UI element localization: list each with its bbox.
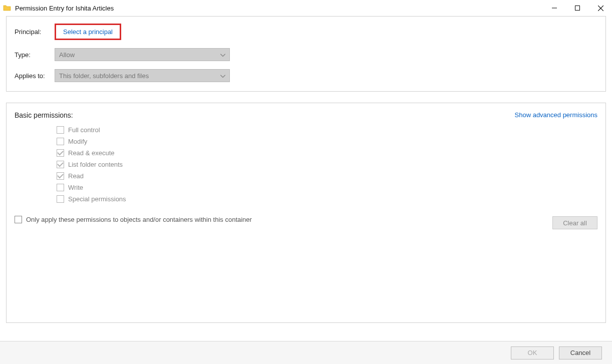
permission-label: Read & execute: [68, 149, 115, 157]
minimize-button[interactable]: [543, 0, 566, 16]
permission-label: Modify: [68, 138, 87, 145]
permission-read[interactable]: Read: [57, 172, 597, 180]
checkbox[interactable]: [57, 184, 64, 191]
svg-rect-1: [575, 6, 580, 11]
permission-label: List folder contents: [68, 161, 123, 168]
only-apply-row[interactable]: Only apply these permissions to objects …: [15, 216, 597, 223]
permission-label: Write: [68, 184, 83, 191]
window-controls: [543, 0, 612, 16]
only-apply-label: Only apply these permissions to objects …: [26, 216, 252, 223]
checkbox[interactable]: [57, 149, 64, 157]
principal-panel: Principal: Select a principal Type: Allo…: [6, 16, 606, 92]
permission-special[interactable]: Special permissions: [57, 195, 597, 203]
principal-label: Principal:: [15, 28, 55, 36]
chevron-down-icon: [220, 51, 225, 59]
select-principal-link[interactable]: Select a principal: [63, 28, 113, 36]
cancel-button[interactable]: Cancel: [559, 346, 602, 359]
permissions-panel: Basic permissions: Show advanced permiss…: [6, 103, 606, 323]
basic-permissions-heading: Basic permissions:: [15, 111, 73, 119]
type-select-value: Allow: [59, 51, 75, 59]
permission-label: Read: [68, 172, 84, 180]
checkbox[interactable]: [57, 138, 64, 145]
window-title: Permission Entry for Ishita Articles: [15, 5, 543, 12]
checkbox[interactable]: [57, 126, 64, 134]
principal-highlight-box: Select a principal: [55, 24, 121, 40]
permission-label: Full control: [68, 126, 100, 134]
checkbox[interactable]: [57, 161, 64, 168]
permissions-list: Full control Modify Read & execute List …: [57, 126, 597, 203]
applies-to-label: Applies to:: [15, 72, 55, 80]
permission-modify[interactable]: Modify: [57, 138, 597, 145]
applies-to-select-value: This folder, subfolders and files: [59, 72, 149, 80]
close-button[interactable]: [589, 0, 612, 16]
permission-list-folder-contents[interactable]: List folder contents: [57, 161, 597, 168]
applies-to-select[interactable]: This folder, subfolders and files: [55, 69, 230, 82]
title-bar: Permission Entry for Ishita Articles: [0, 0, 612, 16]
permission-write[interactable]: Write: [57, 184, 597, 191]
show-advanced-permissions-link[interactable]: Show advanced permissions: [515, 111, 597, 119]
checkbox[interactable]: [57, 195, 64, 203]
clear-all-button[interactable]: Clear all: [552, 216, 597, 229]
permission-read-execute[interactable]: Read & execute: [57, 149, 597, 157]
dialog-footer: OK Cancel: [0, 341, 612, 364]
permission-label: Special permissions: [68, 195, 126, 203]
checkbox[interactable]: [15, 216, 22, 223]
permission-full-control[interactable]: Full control: [57, 126, 597, 134]
chevron-down-icon: [220, 72, 225, 80]
type-label: Type:: [15, 51, 55, 59]
checkbox[interactable]: [57, 172, 64, 180]
maximize-button[interactable]: [566, 0, 589, 16]
ok-button[interactable]: OK: [511, 346, 554, 359]
folder-icon: [3, 4, 11, 12]
type-select[interactable]: Allow: [55, 48, 230, 61]
